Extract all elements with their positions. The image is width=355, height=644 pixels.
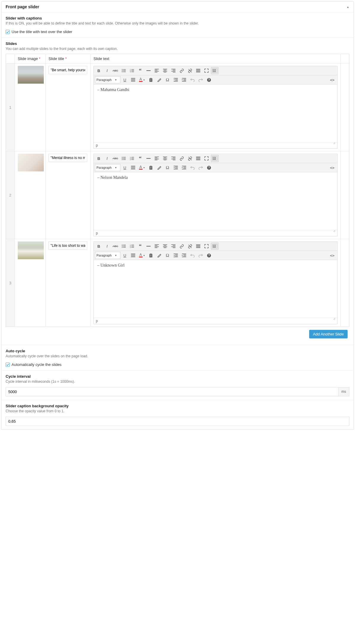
redo-icon[interactable] [197, 164, 204, 171]
insert-more-icon[interactable] [194, 67, 202, 74]
align-center-icon[interactable] [161, 67, 169, 74]
align-left-icon[interactable] [153, 243, 161, 250]
help-icon[interactable]: ? [205, 164, 213, 171]
panel-header[interactable]: Front page slider ▲ [1, 1, 354, 12]
clear-formatting-icon[interactable] [155, 252, 163, 259]
text-color-icon[interactable]: A▼ [138, 164, 146, 171]
bullet-list-icon[interactable] [120, 155, 128, 162]
editor-body[interactable]: – Nelson Mandela [94, 172, 337, 230]
align-justify-icon[interactable] [129, 164, 137, 171]
fullscreen-icon[interactable] [203, 67, 210, 74]
help-icon[interactable]: ? [205, 76, 213, 83]
fullscreen-icon[interactable] [203, 243, 210, 250]
text-color-icon[interactable]: A▼ [138, 252, 146, 259]
redo-icon[interactable] [197, 76, 204, 83]
help-icon[interactable]: ? [205, 252, 213, 259]
unlink-icon[interactable] [186, 67, 194, 74]
auto-cycle-checkbox[interactable] [6, 363, 10, 367]
numbered-list-icon[interactable]: 123 [128, 243, 136, 250]
link-icon[interactable] [178, 67, 185, 74]
blockquote-icon[interactable]: “ [136, 67, 144, 74]
outdent-icon[interactable] [172, 76, 180, 83]
blockquote-icon[interactable]: “ [136, 243, 144, 250]
editor-body[interactable]: – Mahatma Gandhi [94, 85, 337, 142]
code-view-icon[interactable]: <> [328, 164, 336, 171]
code-view-icon[interactable]: <> [328, 76, 336, 83]
align-right-icon[interactable] [170, 243, 177, 250]
interval-input[interactable] [6, 387, 338, 396]
paste-text-icon[interactable]: T [147, 252, 155, 259]
slide-title-input[interactable] [49, 241, 87, 250]
align-right-icon[interactable] [170, 67, 177, 74]
special-character-icon[interactable]: Ω [164, 164, 171, 171]
paste-text-icon[interactable]: T [147, 76, 155, 83]
opacity-input[interactable] [6, 417, 349, 426]
bullet-list-icon[interactable] [120, 67, 128, 74]
bold-icon[interactable]: B [95, 155, 103, 162]
fullscreen-icon[interactable] [203, 155, 210, 162]
format-select[interactable]: Paragraph▼ [95, 76, 120, 83]
code-view-icon[interactable]: <> [328, 252, 336, 259]
resize-handle-icon[interactable] [332, 232, 335, 235]
toolbar-toggle-icon[interactable] [211, 243, 219, 250]
bold-icon[interactable]: B [95, 243, 103, 250]
outdent-icon[interactable] [172, 252, 180, 259]
align-justify-icon[interactable] [129, 252, 137, 259]
collapse-caret-icon[interactable]: ▲ [346, 5, 349, 9]
slide-image-thumb[interactable] [18, 241, 44, 259]
redo-icon[interactable] [197, 252, 204, 259]
align-left-icon[interactable] [153, 67, 161, 74]
add-another-slide-button[interactable]: Add Another Slide [309, 330, 348, 338]
slide-image-thumb[interactable] [18, 66, 44, 84]
unlink-icon[interactable] [186, 155, 194, 162]
captions-checkbox[interactable] [6, 30, 10, 34]
bold-icon[interactable]: B [95, 67, 103, 74]
editor-body[interactable]: – Unknown Girl [94, 260, 337, 318]
underline-icon[interactable]: U [121, 252, 129, 259]
underline-icon[interactable]: U [121, 76, 129, 83]
align-left-icon[interactable] [153, 155, 161, 162]
align-right-icon[interactable] [170, 155, 177, 162]
outdent-icon[interactable] [172, 164, 180, 171]
horizontal-rule-icon[interactable] [145, 155, 152, 162]
strikethrough-icon[interactable]: ABC [112, 243, 119, 250]
paste-text-icon[interactable]: T [147, 164, 155, 171]
underline-icon[interactable]: U [121, 164, 129, 171]
format-select[interactable]: Paragraph▼ [95, 252, 120, 259]
horizontal-rule-icon[interactable] [145, 243, 152, 250]
indent-icon[interactable] [180, 76, 188, 83]
undo-icon[interactable] [188, 252, 196, 259]
clear-formatting-icon[interactable] [155, 164, 163, 171]
insert-more-icon[interactable] [194, 243, 202, 250]
indent-icon[interactable] [180, 164, 188, 171]
resize-handle-icon[interactable] [332, 144, 335, 147]
slide-title-input[interactable] [49, 154, 87, 162]
numbered-list-icon[interactable]: 123 [128, 67, 136, 74]
italic-icon[interactable]: I [103, 155, 111, 162]
toolbar-toggle-icon[interactable] [211, 67, 219, 74]
align-center-icon[interactable] [161, 155, 169, 162]
strikethrough-icon[interactable]: ABC [112, 67, 119, 74]
clear-formatting-icon[interactable] [155, 76, 163, 83]
numbered-list-icon[interactable]: 123 [128, 155, 136, 162]
align-center-icon[interactable] [161, 243, 169, 250]
horizontal-rule-icon[interactable] [145, 67, 152, 74]
format-select[interactable]: Paragraph▼ [95, 164, 120, 171]
strikethrough-icon[interactable]: ABC [112, 155, 119, 162]
slide-image-thumb[interactable] [18, 154, 44, 171]
slide-title-input[interactable] [49, 66, 87, 74]
blockquote-icon[interactable]: “ [136, 155, 144, 162]
resize-handle-icon[interactable] [332, 319, 335, 322]
undo-icon[interactable] [188, 164, 196, 171]
align-justify-icon[interactable] [129, 76, 137, 83]
insert-more-icon[interactable] [194, 155, 202, 162]
link-icon[interactable] [178, 155, 185, 162]
toolbar-toggle-icon[interactable] [211, 155, 219, 162]
undo-icon[interactable] [188, 76, 196, 83]
link-icon[interactable] [178, 243, 185, 250]
special-character-icon[interactable]: Ω [164, 76, 171, 83]
unlink-icon[interactable] [186, 243, 194, 250]
bullet-list-icon[interactable] [120, 243, 128, 250]
italic-icon[interactable]: I [103, 243, 111, 250]
italic-icon[interactable]: I [103, 67, 111, 74]
